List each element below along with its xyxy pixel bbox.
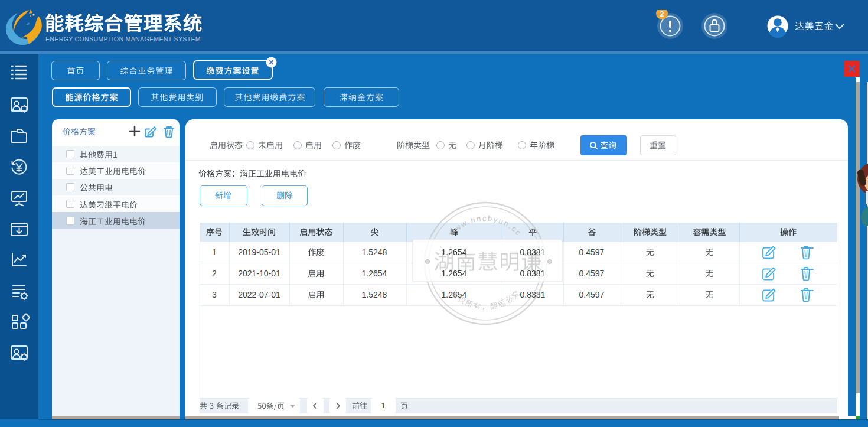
svg-text:2: 2 [660, 10, 664, 18]
